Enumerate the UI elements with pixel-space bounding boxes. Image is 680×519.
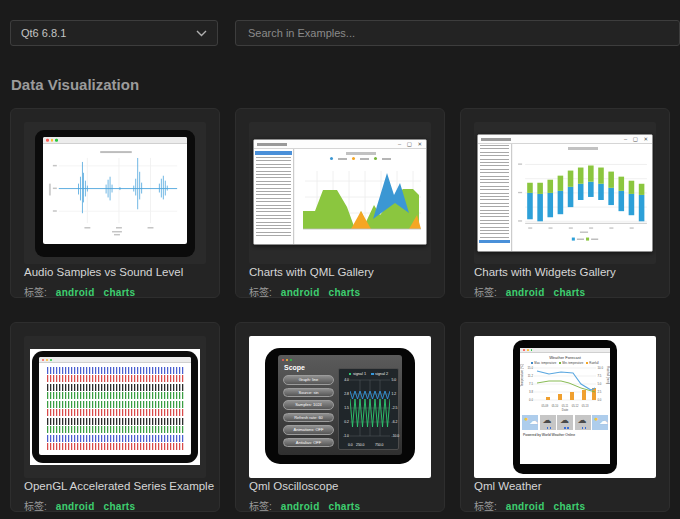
svg-text:2.5: 2.5 — [598, 390, 602, 394]
samples-button[interactable]: Samples: 1024 — [283, 400, 334, 410]
weather-thumbnail: Weather Forecast Max. temperature Min. t… — [474, 336, 656, 478]
tablet-frame — [35, 130, 195, 257]
x-tick-750: 750.0 — [375, 443, 384, 447]
legend-dot-blue — [330, 157, 333, 160]
rain-cloud-icon: ☁ — [557, 415, 573, 430]
svg-text:3.8: 3.8 — [529, 390, 533, 394]
selected-list-item — [479, 240, 510, 243]
antialias-button[interactable]: Antialias: OFF — [283, 438, 334, 448]
tag-row: 标签: android charts — [24, 498, 135, 513]
tag-android[interactable]: android — [56, 287, 95, 298]
card-widgets-gallery[interactable]: – ▢ ✕ — [460, 108, 670, 298]
sunny-cloud-icon: ●☁ — [522, 415, 538, 430]
animations-button[interactable]: Animations: OFF — [283, 425, 334, 435]
card-qml-weather[interactable]: Weather Forecast Max. temperature Min. t… — [460, 322, 670, 512]
tag-android[interactable]: android — [281, 501, 320, 512]
close-dot-icon — [46, 139, 49, 142]
example-title: OpenGL Accelerated Series Example — [24, 480, 214, 492]
tag-charts[interactable]: charts — [554, 501, 586, 512]
minimize-dot-icon — [527, 349, 529, 351]
example-title: Qml Oscilloscope — [249, 480, 338, 492]
tag-charts[interactable]: charts — [329, 287, 361, 298]
example-title: Qml Weather — [474, 480, 542, 492]
series-band-red — [47, 443, 185, 450]
weather-icons-row: ●☁ ☁ ☁ ☁ ●☁ — [520, 415, 610, 430]
series-band-green — [47, 426, 185, 433]
tags-label: 标签: — [24, 284, 47, 299]
window-title-placeholder — [481, 138, 511, 141]
example-list-sidebar — [478, 144, 512, 251]
zoom-dot-icon — [290, 359, 292, 361]
series-band-red — [47, 375, 185, 382]
list-items-placeholder — [480, 145, 509, 239]
qt-version-dropdown[interactable]: Qt6 6.8.1 — [10, 20, 218, 46]
audio-waveform-chart — [43, 144, 187, 243]
y-axis-right-labels: 5.01.2-2.5-6.2-10.0 — [392, 378, 401, 438]
qt-version-value: Qt6 6.8.1 — [21, 27, 66, 39]
close-dot-icon — [282, 359, 284, 361]
card-qml-oscilloscope[interactable]: Scope Graph: line Source: sin Samples: 1… — [235, 322, 445, 512]
series-band-red — [47, 409, 185, 416]
scope-chart-panel: signal 1 signal 2 4.02.81.50.2-1.0 5.01.… — [338, 368, 399, 450]
tag-charts[interactable]: charts — [104, 501, 136, 512]
example-title: Charts with Widgets Gallery — [474, 266, 616, 278]
stacked-bar-chart-graphic — [515, 150, 653, 250]
device-frame: Scope Graph: line Source: sin Samples: 1… — [265, 348, 415, 464]
chevron-down-icon — [196, 30, 207, 37]
oscilloscope-thumbnail: Scope Graph: line Source: sin Samples: 1… — [249, 336, 431, 478]
zoom-dot-icon — [531, 349, 533, 351]
rain-cloud-icon: ☁ — [540, 415, 556, 430]
x-tick-250: 250.0 — [356, 443, 365, 447]
window-title-placeholder — [257, 143, 287, 146]
series-band-black — [47, 418, 185, 425]
tag-charts[interactable]: charts — [329, 501, 361, 512]
tags-label: 标签: — [474, 284, 497, 299]
legend-square-green — [559, 362, 561, 364]
example-title: Audio Samples vs Sound Level — [24, 266, 183, 278]
chart-area — [295, 149, 426, 244]
card-qml-gallery[interactable]: – ▢ ✕ — [235, 108, 445, 298]
rain-cloud-icon: ☁ — [575, 415, 591, 430]
graph-type-button[interactable]: Graph: line — [283, 375, 334, 385]
tag-row: 标签: android charts — [474, 284, 585, 299]
qml-gallery-thumbnail: – ▢ ✕ — [249, 122, 431, 264]
tag-android[interactable]: android — [506, 501, 545, 512]
example-list-sidebar — [254, 149, 294, 244]
zoom-dot-icon — [55, 139, 58, 142]
section-title: Data Visualization — [11, 76, 139, 93]
tag-android[interactable]: android — [56, 501, 95, 512]
svg-text:7.5: 7.5 — [529, 382, 533, 386]
weather-x-label: Date — [520, 408, 610, 412]
minimize-dot-icon — [51, 139, 54, 142]
audio-thumbnail — [24, 122, 206, 264]
window-titlebar: – ▢ ✕ — [254, 140, 426, 149]
svg-text:0.0: 0.0 — [598, 398, 602, 402]
svg-text:0.0: 0.0 — [529, 398, 533, 402]
legend-square-orange — [586, 362, 588, 364]
card-opengl-series[interactable]: OpenGL Accelerated Series Example 标签: an… — [10, 322, 220, 512]
legend-square-green — [349, 373, 352, 376]
window-controls-icons: – ▢ ✕ — [624, 135, 650, 144]
widgets-gallery-thumbnail: – ▢ ✕ — [474, 122, 656, 264]
window-titlebar — [43, 137, 187, 144]
multi-series-plot — [39, 363, 191, 450]
tablet-frame — [32, 351, 198, 463]
tablet-frame: Weather Forecast Max. temperature Min. t… — [513, 340, 617, 474]
tag-charts[interactable]: charts — [104, 287, 136, 298]
search-input[interactable] — [235, 20, 680, 46]
svg-text:15.0: 15.0 — [528, 366, 534, 370]
refresh-rate-button[interactable]: Refresh rate: 60 — [283, 413, 334, 423]
tag-android[interactable]: android — [281, 287, 320, 298]
tag-row: 标签: android charts — [249, 498, 360, 513]
series-band-green — [47, 401, 185, 408]
source-button[interactable]: Source: sin — [283, 388, 334, 398]
weather-legend: Max. temperature Min. temperature Rainfa… — [520, 361, 610, 365]
chart-legend — [295, 157, 426, 160]
area-chart-graphic — [297, 163, 425, 241]
series-band-blue — [47, 435, 185, 442]
minimize-dot-icon — [286, 359, 288, 361]
legend-dot-orange — [352, 157, 355, 160]
card-audio-samples[interactable]: Audio Samples vs Sound Level 标签: android… — [10, 108, 220, 298]
tag-charts[interactable]: charts — [554, 287, 586, 298]
tag-android[interactable]: android — [506, 287, 545, 298]
